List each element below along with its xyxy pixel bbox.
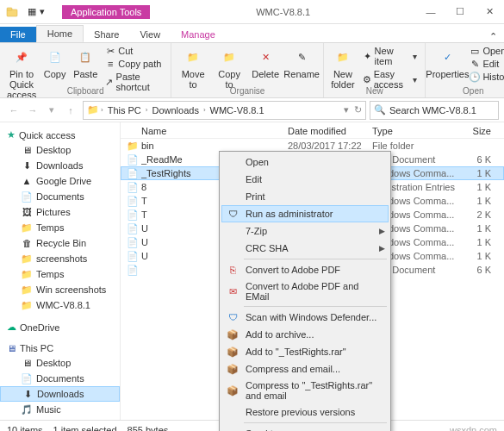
ctx-addto[interactable]: 📦Add to "_TestRights.rar" [221, 343, 389, 360]
ctx-archive[interactable]: 📦Add to archive... [221, 326, 389, 343]
ctx-sendto[interactable]: Send to▶ [221, 425, 389, 431]
history-button[interactable]: 🕒History [467, 71, 504, 83]
maximize-button[interactable]: ☐ [445, 0, 475, 24]
properties-button[interactable]: ✓Properties [431, 45, 464, 81]
col-size[interactable]: Size [457, 126, 491, 136]
breadcrumb[interactable]: 📁› This PC› Downloads› WMC-V8.8.1 ▾ ↻ [83, 101, 366, 120]
delete-button[interactable]: ✕Delete [249, 45, 282, 81]
tree-item[interactable]: 📁Win screenshots [0, 282, 120, 297]
tree-item[interactable]: 🖥Desktop [0, 355, 120, 371]
ctx-scan[interactable]: 🛡Scan with Windows Defender... [221, 309, 389, 326]
copy-button[interactable]: 📄Copy [41, 45, 68, 81]
tree-item-label: Temps [36, 222, 64, 233]
tree-item[interactable]: 📁Temps [0, 266, 120, 282]
rename-button[interactable]: ✎Rename [285, 45, 318, 81]
tab-file[interactable]: File [0, 27, 36, 42]
tree-item-label: Desktop [36, 145, 71, 155]
ribbon-group-new: 📁New folder ✦New item ▾ ⚙Easy access ▾ N… [324, 43, 426, 97]
column-headers[interactable]: Name Date modified Type Size [121, 122, 504, 139]
breadcrumb-seg[interactable]: This PC [105, 105, 144, 116]
nav-tree: ★Quick access 🖥Desktop⬇Downloads▲Google … [0, 122, 121, 420]
copyto-button[interactable]: 📁Copy to [213, 45, 246, 91]
newfolder-button[interactable]: 📁New folder [329, 45, 357, 91]
moveto-button[interactable]: 📁Move to [177, 45, 209, 91]
tree-item-label: Documents [36, 373, 84, 384]
open-button[interactable]: ▭Open ▾ [467, 45, 504, 57]
address-bar: ← → ▾ ↑ 📁› This PC› Downloads› WMC-V8.8.… [0, 98, 504, 122]
tree-item-icon: 🗑 [21, 237, 33, 249]
breadcrumb-dropdown-icon[interactable]: ▾ [344, 104, 349, 116]
minimize-button[interactable]: — [416, 0, 445, 24]
ctx-pdf[interactable]: ⎘Convert to Adobe PDF [221, 261, 389, 278]
tree-item[interactable]: 📄Documents [0, 371, 120, 386]
breadcrumb-seg[interactable]: Downloads [149, 105, 201, 116]
search-input[interactable]: 🔍 Search WMC-V8.8.1 [370, 101, 499, 120]
ribbon-collapse-icon[interactable]: ⌃ [482, 31, 504, 42]
ctx-restore[interactable]: Restore previous versions [221, 403, 389, 421]
close-button[interactable]: ✕ [475, 0, 504, 24]
cut-button[interactable]: ✂Cut [103, 45, 165, 57]
ctx-run-as-admin[interactable]: 🛡Run as administrator [221, 205, 389, 222]
tree-item-icon: 🎵 [21, 403, 33, 415]
tree-item[interactable]: ⬇Downloads [0, 158, 120, 173]
qat-newfolder-icon[interactable]: ▾ [40, 6, 45, 17]
file-icon: 📄 [126, 250, 140, 262]
breadcrumb-seg[interactable]: WMC-V8.8.1 [208, 105, 267, 116]
copypath-button[interactable]: ≡Copy path [103, 58, 165, 70]
col-type[interactable]: Type [372, 126, 457, 136]
watermark: wsxdn.com [450, 425, 497, 432]
tree-item[interactable]: 📄Documents [0, 189, 120, 204]
tree-item[interactable]: 🖼Pictures [0, 417, 120, 420]
svg-rect-1 [7, 8, 12, 10]
nav-up-button[interactable]: ↑ [62, 102, 79, 119]
tree-quick-access[interactable]: ★Quick access [0, 126, 120, 142]
tree-item-icon: ⬇ [21, 159, 33, 172]
ctx-print[interactable]: Print [221, 188, 389, 205]
quick-access-toolbar: ▦ ▾ [28, 6, 45, 17]
tree-item[interactable]: 🖥Desktop [0, 142, 120, 158]
tree-item[interactable]: 🎵Music [0, 402, 120, 417]
pdf-email-icon: ✉ [225, 285, 240, 297]
col-name[interactable]: Name [141, 126, 288, 136]
tree-item[interactable]: ▲Google Drive [0, 173, 120, 189]
nav-back-button[interactable]: ← [5, 102, 22, 119]
tree-item-icon: 🖥 [21, 144, 33, 156]
tree-item[interactable]: 📁WMC-V8.8.1 [0, 297, 120, 313]
col-date[interactable]: Date modified [288, 126, 372, 136]
tree-onedrive[interactable]: ☁OneDrive [0, 318, 120, 334]
cloud-icon: ☁ [7, 322, 16, 333]
edit-button[interactable]: ✎Edit [467, 58, 504, 70]
qat-properties-icon[interactable]: ▦ [28, 6, 36, 17]
tree-thispc[interactable]: 🖥This PC [0, 340, 120, 355]
ctx-7zip[interactable]: 7-Zip▶ [221, 222, 389, 240]
tab-view[interactable]: View [129, 27, 171, 42]
file-type: File folder [372, 141, 457, 151]
paste-button[interactable]: 📋Paste [72, 45, 99, 81]
tree-item[interactable]: 📁Temps [0, 220, 120, 235]
refresh-icon[interactable]: ↻ [354, 104, 362, 116]
ctx-open[interactable]: Open [221, 153, 389, 171]
ctx-pdfemail[interactable]: ✉Convert to Adobe PDF and EMail [221, 278, 389, 304]
tree-item[interactable]: ⬇Downloads [0, 386, 120, 402]
tab-manage[interactable]: Manage [171, 27, 226, 42]
window-title: WMC-V8.8.1 [150, 7, 416, 17]
file-icon: 📄 [126, 181, 140, 193]
nav-recent-button[interactable]: ▾ [43, 102, 60, 119]
copypath-icon: ≡ [105, 59, 115, 69]
ctx-crcsha[interactable]: CRC SHA▶ [221, 240, 389, 257]
tree-item[interactable]: 🗑Recycle Bin [0, 235, 120, 251]
tree-item[interactable]: 📁screenshots [0, 251, 120, 266]
tab-home[interactable]: Home [36, 25, 84, 42]
file-icon: 📄 [126, 153, 140, 166]
tab-share[interactable]: Share [84, 27, 129, 42]
nav-forward-button[interactable]: → [24, 102, 41, 119]
file-size: 1 K [457, 196, 491, 206]
tree-item-icon: 📁 [21, 222, 33, 234]
ctx-compressemail[interactable]: 📦Compress and email... [221, 360, 389, 378]
tree-item[interactable]: 🖼Pictures [0, 204, 120, 220]
ctx-compressto[interactable]: 📦Compress to "_TestRights.rar" and email [221, 378, 389, 403]
paste-label: Paste [73, 69, 97, 79]
tree-item-icon: 📁 [21, 253, 33, 265]
ctx-edit[interactable]: Edit [221, 171, 389, 188]
newitem-button[interactable]: ✦New item ▾ [360, 45, 420, 67]
